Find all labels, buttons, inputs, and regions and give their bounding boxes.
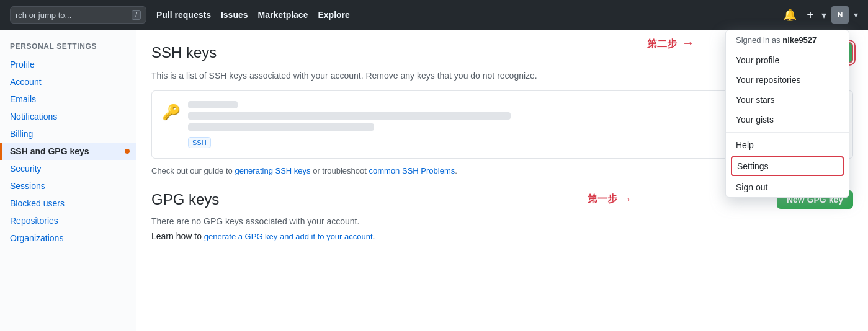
dropdown-settings[interactable]: Settings [731,156,844,176]
main-nav: Pull requests Issues Marketplace Explore [156,10,350,20]
avatar-button[interactable]: N [831,6,849,24]
search-text: rch or jump to... [16,11,71,20]
key-details: SSH [188,101,797,148]
gpg-learn-prefix: Learn how to [151,231,204,241]
key-fingerprint-line [188,112,511,120]
common-ssh-problems-link[interactable]: common SSH Problems [369,166,455,175]
dropdown-sign-out[interactable]: Sign out [726,177,849,197]
dropdown-header: Signed in as nike9527 [726,30,849,50]
dropdown-your-stars[interactable]: Your stars [726,90,849,110]
sidebar-section-title: Personal settings [0,40,136,56]
sidebar-item-profile[interactable]: Profile [0,56,136,73]
dropdown-divider-1 [726,132,849,133]
sidebar-item-ssh-gpg-keys[interactable]: SSH and GPG keys [0,143,136,160]
sidebar-item-billing[interactable]: Billing [0,125,136,143]
ssh-info-middle: or troubleshoot [311,166,369,175]
new-item-button[interactable]: + [804,6,817,25]
nav-issues[interactable]: Issues [221,10,248,20]
gpg-section: GPG keys New GPG key There are no GPG ke… [151,190,853,241]
key-name-line [188,101,238,108]
dropdown-help[interactable]: Help [726,135,849,155]
signed-in-as-label: Signed in as [736,35,781,45]
slash-shortcut: / [132,10,141,20]
header: rch or jump to... / Pull requests Issues… [0,0,868,30]
avatar-chevron-icon: ▾ [854,10,858,20]
sidebar: Personal settings Profile Account Emails… [0,30,136,331]
ssh-dot-indicator [125,149,130,154]
sidebar-item-security[interactable]: Security [0,160,136,177]
user-dropdown-menu: Signed in as nike9527 Your profile Your … [725,30,849,198]
sidebar-item-emails[interactable]: Emails [0,90,136,108]
notifications-bell-button[interactable]: 🔔 [781,6,799,24]
dropdown-your-gists[interactable]: Your gists [726,110,849,130]
header-right: 🔔 + ▾ N ▾ [781,6,858,25]
key-type-label: SSH [188,137,211,148]
sidebar-item-notifications[interactable]: Notifications [0,108,136,125]
no-gpg-keys-text: There are no GPG keys associated with yo… [151,216,853,226]
dropdown-your-profile[interactable]: Your profile [726,50,849,70]
ssh-section-title: SSH keys [151,44,217,61]
gpg-learn-suffix: . [373,231,375,241]
chevron-icon: ▾ [821,9,826,21]
generating-ssh-keys-link[interactable]: generating SSH keys [235,166,310,175]
gpg-learn-link[interactable]: generate a GPG key and add it to your ac… [204,232,373,241]
sidebar-item-repositories[interactable]: Repositories [0,212,136,229]
nav-pull-requests[interactable]: Pull requests [156,10,211,20]
key-date-line [188,123,374,131]
sidebar-item-organizations[interactable]: Organizations [0,229,136,247]
nav-explore[interactable]: Explore [318,10,349,20]
ssh-info-prefix: Check out our guide to [151,166,235,175]
search-bar[interactable]: rch or jump to... / [10,6,146,24]
sidebar-item-account[interactable]: Account [0,73,136,90]
gpg-learn-text: Learn how to generate a GPG key and add … [151,231,853,241]
sidebar-item-sessions[interactable]: Sessions [0,177,136,195]
sidebar-item-blocked-users[interactable]: Blocked users [0,195,136,212]
dropdown-your-repositories[interactable]: Your repositories [726,70,849,90]
ssh-info-suffix: . [455,166,457,175]
nav-marketplace[interactable]: Marketplace [258,10,308,20]
dropdown-username: nike9527 [782,35,817,45]
gpg-section-title: GPG keys [151,191,219,208]
key-icon: 🔑 [162,104,181,121]
